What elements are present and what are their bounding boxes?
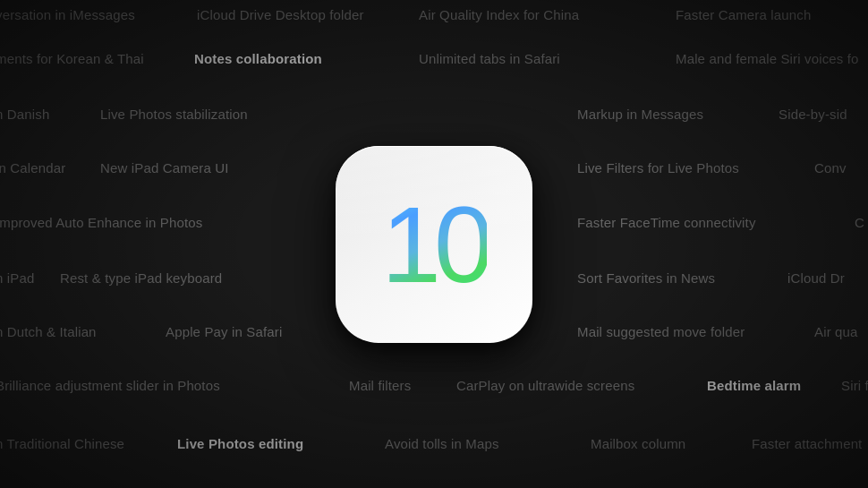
bg-text-t9: n Danish bbox=[0, 107, 49, 122]
bg-text-t14: New iPad Camera UI bbox=[100, 160, 229, 176]
bg-text-t35: Avoid tolls in Maps bbox=[385, 436, 499, 451]
bg-text-t36: Mailbox column bbox=[591, 436, 685, 451]
bg-text-t3: Air Quality Index for China bbox=[419, 7, 579, 22]
bg-text-t16: Conv bbox=[814, 160, 847, 176]
bg-text-t32: Siri fo bbox=[841, 378, 868, 393]
ios-logo-text: 10 bbox=[381, 191, 486, 298]
bg-text-t6: Notes collaboration bbox=[194, 51, 322, 66]
bg-text-t27: Air qua bbox=[814, 324, 858, 339]
bg-text-t37: Faster attachment bbox=[752, 436, 862, 451]
bg-text-t12: Side-by-sid bbox=[779, 107, 847, 122]
bg-text-t31: Bedtime alarm bbox=[707, 378, 801, 393]
bg-text-t28: Brilliance adjustment slider in Photos bbox=[0, 378, 220, 393]
bg-text-t10: Live Photos stabilization bbox=[100, 107, 248, 122]
bg-text-t19: C bbox=[855, 215, 864, 230]
bg-text-t22: Sort Favorites in News bbox=[577, 270, 715, 286]
bg-text-t1: versation in iMessages bbox=[0, 7, 135, 22]
bg-text-t13: in Calendar bbox=[0, 160, 65, 176]
bg-text-t23: iCloud Dr bbox=[787, 270, 845, 286]
ios-logo-box: 10 bbox=[336, 146, 532, 343]
bg-text-t29: Mail filters bbox=[349, 378, 411, 393]
bg-text-t17: Improved Auto Enhance in Photos bbox=[0, 215, 202, 230]
bg-text-t34: Live Photos editing bbox=[177, 436, 303, 451]
bg-text-t8: Male and female Siri voices fo bbox=[676, 51, 859, 66]
ios-logo-container: 10 bbox=[336, 146, 532, 343]
bg-text-t21: Rest & type iPad keyboard bbox=[60, 270, 222, 286]
bg-text-t11: Markup in Messages bbox=[577, 107, 703, 122]
bg-text-t26: Mail suggested move folder bbox=[577, 324, 745, 339]
bg-text-t20: n iPad bbox=[0, 270, 34, 286]
bg-text-t5: ments for Korean & Thai bbox=[0, 51, 144, 66]
bg-text-t24: n Dutch & Italian bbox=[0, 324, 97, 339]
bg-text-t25: Apple Pay in Safari bbox=[166, 324, 282, 339]
bg-text-t18: Faster FaceTime connectivity bbox=[577, 215, 756, 230]
bg-text-t33: n Traditional Chinese bbox=[0, 436, 124, 451]
bg-text-t30: CarPlay on ultrawide screens bbox=[456, 378, 634, 393]
bg-text-t15: Live Filters for Live Photos bbox=[577, 160, 739, 176]
bg-text-t4: Faster Camera launch bbox=[676, 7, 811, 22]
bg-text-t2: iCloud Drive Desktop folder bbox=[197, 7, 364, 22]
bg-text-t7: Unlimited tabs in Safari bbox=[419, 51, 560, 66]
